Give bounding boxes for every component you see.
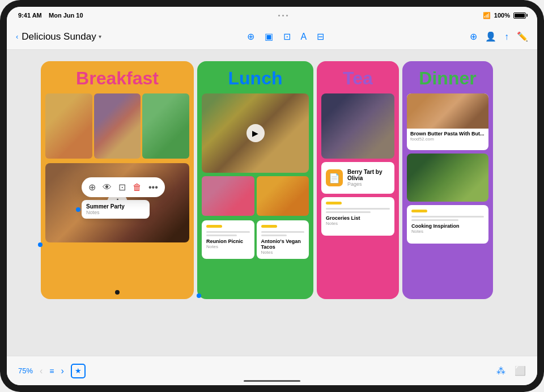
status-bar: 9:41 AM Mon Jun 10 📶 100% xyxy=(7,7,537,24)
next-page-button[interactable]: › xyxy=(61,366,64,376)
reunion-picnic-card[interactable]: Reunion Picnic Notes xyxy=(202,220,254,259)
melon-image[interactable] xyxy=(45,93,92,159)
fullscreen-icon[interactable]: ⬜ xyxy=(515,365,526,376)
image-tool-icon[interactable]: ⊟ xyxy=(317,31,324,42)
battery-indicator xyxy=(513,12,526,19)
brown-butter-card[interactable]: Brown Butter Pasta With But... food52.co… xyxy=(407,93,488,150)
grapes-image[interactable] xyxy=(142,93,189,159)
context-delete-icon[interactable]: 🗑 xyxy=(133,182,142,193)
berry-tart-title: Berry Tart by Olivia xyxy=(347,169,390,181)
context-copy-icon[interactable]: ⊡ xyxy=(118,182,126,193)
brown-butter-title: Brown Butter Pasta With But... xyxy=(410,131,485,137)
dinner-note-line-2 xyxy=(411,219,458,221)
selection-dot-left xyxy=(38,242,42,247)
folder-tool-icon[interactable]: ⊡ xyxy=(283,31,291,42)
ipad-frame: 9:41 AM Mon Jun 10 📶 100% ‹ xyxy=(0,0,544,392)
battery-label: 100% xyxy=(494,12,510,19)
dot-active xyxy=(115,290,120,295)
selection-dot-bottom xyxy=(197,293,201,298)
toolbar-left: ‹ Delicious Sunday ▾ xyxy=(16,31,101,42)
star-icon: ★ xyxy=(75,367,82,375)
groceries-list-card[interactable]: Groceries List Notes xyxy=(321,197,394,236)
home-indicator xyxy=(244,380,300,382)
note-line-2 xyxy=(206,235,237,236)
edit-pencil-icon[interactable]: ✏️ xyxy=(517,31,528,42)
toolbar-center: ⊕ ▣ ⊡ A ⊟ xyxy=(247,31,325,42)
battery-fill xyxy=(515,14,525,18)
prev-page-button[interactable]: ‹ xyxy=(40,366,42,376)
main-toolbar: ‹ Delicious Sunday ▾ ⊕ ▣ ⊡ A ⊟ ⊕ 👤 ↑ ✏️ xyxy=(7,24,537,50)
groceries-list-title: Groceries List xyxy=(326,215,390,221)
play-button-icon[interactable]: ▶ xyxy=(246,124,265,142)
person-icon[interactable]: 👤 xyxy=(485,31,496,42)
tea-note-bar xyxy=(326,202,342,204)
ipad-screen: 9:41 AM Mon Jun 10 📶 100% ‹ xyxy=(7,7,537,385)
berries-image[interactable] xyxy=(94,93,141,159)
lunch-column: Lunch ▶ xyxy=(197,61,313,299)
dinner-header: Dinner xyxy=(402,61,493,93)
dinner-column: Dinner Brown Butter Pasta With But... fo… xyxy=(402,61,493,299)
lunch-main-image[interactable]: ▶ xyxy=(202,93,309,173)
wifi-icon: 📶 xyxy=(483,12,491,19)
breakfast-image-grid xyxy=(45,93,189,159)
brown-butter-source: food52.com xyxy=(410,137,485,142)
dinner-salad-image[interactable] xyxy=(407,154,488,202)
back-button[interactable]: ‹ xyxy=(16,32,18,41)
summer-party-card[interactable]: Summer Party Notes xyxy=(82,200,150,219)
title-text: Delicious Sunday xyxy=(22,31,96,42)
context-menu[interactable]: ⊕ 👁 ⊡ 🗑 ••• xyxy=(82,177,165,197)
lunch-cards-row: Reunion Picnic Notes Antonio's Vegan Tac… xyxy=(202,220,309,259)
breakfast-header: Breakfast xyxy=(41,61,194,93)
link-tool-icon[interactable]: ⊕ xyxy=(247,31,254,42)
add-collaborator-icon[interactable]: ⊕ xyxy=(470,31,477,42)
tea-column: Tea 📄 Berry Tart by Olivia Pages xyxy=(317,61,399,299)
back-chevron-icon: ‹ xyxy=(16,32,18,41)
reunion-picnic-title: Reunion Picnic xyxy=(206,238,250,244)
star-button[interactable]: ★ xyxy=(71,364,86,378)
status-right: 📶 100% xyxy=(483,12,526,19)
list-view-button[interactable]: ≡ xyxy=(49,367,54,376)
context-more-icon[interactable]: ••• xyxy=(148,182,158,193)
note-line-1 xyxy=(206,231,250,233)
lunch-header: Lunch xyxy=(197,61,313,93)
note-line-4 xyxy=(261,235,287,236)
vegan-tacos-source: Notes xyxy=(261,250,305,255)
dot3 xyxy=(286,15,288,16)
dropdown-chevron-icon: ▾ xyxy=(99,33,101,40)
carousel-indicator xyxy=(115,290,120,295)
date-label: Mon Jun 10 xyxy=(49,12,83,19)
context-globe-icon[interactable]: ⊕ xyxy=(88,182,96,193)
toolbar-right: ⊕ 👤 ↑ ✏️ xyxy=(470,31,528,42)
vegan-tacos-card[interactable]: Antonio's Vegan Tacos Notes xyxy=(257,220,309,259)
document-title[interactable]: Delicious Sunday ▾ xyxy=(22,31,101,42)
bottom-right-controls: ⁂ ⬜ xyxy=(496,365,526,376)
note-yellow-bar-2 xyxy=(261,225,277,228)
brown-butter-image xyxy=(407,93,488,129)
status-time: 9:41 AM Mon Jun 10 xyxy=(18,12,83,19)
reunion-picnic-source: Notes xyxy=(206,244,250,249)
canvas-area[interactable]: Breakfast ✛ xyxy=(7,50,537,356)
zoom-level-label[interactable]: 75% xyxy=(18,367,33,375)
dinner-note-bar xyxy=(411,210,427,212)
lunch-image-small-2[interactable] xyxy=(257,176,309,216)
freeform-board: Breakfast ✛ xyxy=(41,61,493,293)
tea-header: Tea xyxy=(317,61,399,93)
summer-party-title: Summer Party xyxy=(86,203,145,210)
time-label: 9:41 AM xyxy=(18,12,42,19)
tea-main-image[interactable] xyxy=(321,93,394,159)
dot2 xyxy=(282,15,284,16)
berry-tart-card[interactable]: 📄 Berry Tart by Olivia Pages xyxy=(321,162,394,194)
lunch-image-row xyxy=(202,176,309,216)
card-tool-icon[interactable]: ▣ xyxy=(265,31,273,42)
cooking-inspiration-card[interactable]: Cooking Inspiration Notes xyxy=(407,205,488,244)
context-eye-icon[interactable]: 👁 xyxy=(103,182,112,193)
brown-butter-info: Brown Butter Pasta With But... food52.co… xyxy=(407,129,488,144)
note-line-3 xyxy=(261,231,305,233)
share-icon[interactable]: ↑ xyxy=(504,32,509,42)
text-tool-icon[interactable]: A xyxy=(301,32,307,42)
tea-note-line-2 xyxy=(326,211,371,213)
card-connector-dot xyxy=(76,207,80,212)
grid-layout-icon[interactable]: ⁂ xyxy=(496,365,505,376)
note-yellow-bar xyxy=(206,225,222,228)
lunch-image-small-1[interactable] xyxy=(202,176,254,216)
